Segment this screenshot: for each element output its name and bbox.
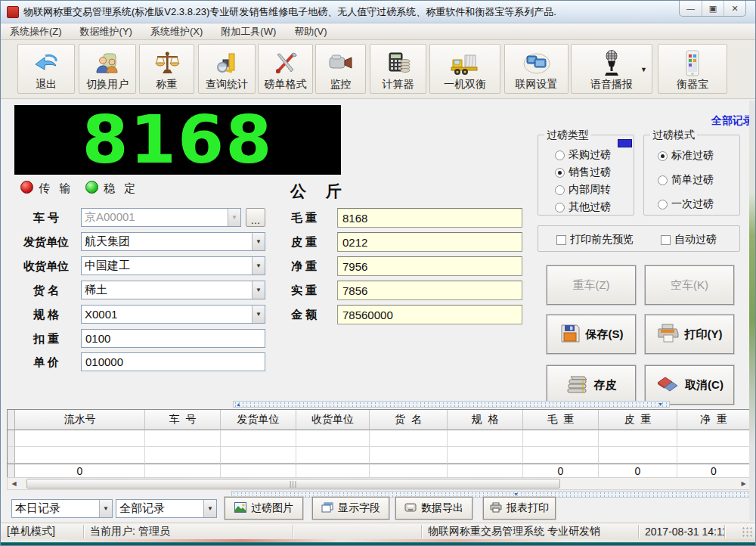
weight-led-display: 8168: [14, 105, 341, 175]
deduct-input[interactable]: 0100: [81, 329, 265, 348]
radio-internal[interactable]: 内部周转: [555, 183, 611, 197]
splitter-down-icon[interactable]: ▼: [658, 402, 663, 407]
scroll-left-icon[interactable]: ◀: [8, 478, 20, 489]
switch-user-button[interactable]: 切换用户: [79, 44, 136, 94]
save-tare-button[interactable]: 存皮: [547, 365, 636, 405]
close-button[interactable]: ✕: [723, 1, 745, 16]
horizontal-scrollbar[interactable]: ◀ ||| ▶: [7, 477, 751, 490]
col-tare[interactable]: 皮 重: [599, 410, 677, 430]
spec-combo[interactable]: X0001▼: [81, 305, 265, 324]
receiver-value: 中国建工: [85, 259, 130, 273]
gross-field[interactable]: 8168: [337, 208, 522, 228]
all-records-link[interactable]: 全部记录: [711, 114, 754, 128]
cell: [448, 447, 523, 464]
heavy-vehicle-button[interactable]: 重车(Z): [547, 265, 636, 305]
network-settings-button[interactable]: 联网设置: [504, 44, 569, 94]
empty-vehicle-button[interactable]: 空车(K): [645, 265, 734, 305]
menu-system-maintenance[interactable]: 系统维护(X): [141, 23, 212, 39]
col-shipper[interactable]: 发货单位: [221, 410, 296, 430]
exit-button[interactable]: 退出: [17, 44, 75, 94]
dropdown-arrow-icon[interactable]: ▼: [640, 66, 647, 73]
chevron-down-icon[interactable]: ▼: [203, 500, 216, 517]
calculator-button[interactable]: 计算器: [370, 44, 426, 94]
hengqibao-button[interactable]: 衡器宝: [658, 44, 727, 94]
print-options-panel: 打印前先预览 自动过磅: [538, 225, 740, 252]
col-gross[interactable]: 毛 重: [523, 410, 599, 430]
chevron-down-icon[interactable]: ▼: [99, 500, 112, 517]
tools-icon: [273, 49, 299, 78]
menu-data-maintenance[interactable]: 数据维护(Y): [71, 23, 141, 39]
radio-sale[interactable]: 销售过磅: [555, 166, 611, 179]
splitter-up-icon[interactable]: ▲: [236, 402, 241, 407]
actual-field[interactable]: 7856: [337, 281, 522, 300]
scope-combo[interactable]: 全部记录▼: [116, 499, 217, 518]
print-button[interactable]: 打印(Y): [645, 315, 734, 354]
chevron-down-icon[interactable]: ▼: [252, 257, 265, 275]
radio-other[interactable]: 其他过磅: [555, 200, 611, 214]
table-row[interactable]: [8, 447, 750, 464]
chevron-down-icon[interactable]: ▼: [252, 281, 265, 299]
spec-label: 规 格: [13, 308, 79, 322]
voice-broadcast-button[interactable]: ▼ 语音播报: [571, 44, 652, 94]
radio-once[interactable]: 一次过磅: [658, 197, 714, 211]
goods-value: 稀土: [85, 283, 107, 297]
save-button[interactable]: 保存(S): [547, 315, 636, 354]
show-fields-button[interactable]: 显示字段: [312, 497, 389, 520]
menu-extra-tools[interactable]: 附加工具(W): [212, 23, 285, 39]
radio-standard[interactable]: 标准过磅: [658, 149, 714, 163]
row-selector[interactable]: [8, 430, 15, 447]
scale-icon: [154, 49, 180, 78]
row-selector[interactable]: [8, 447, 15, 464]
auto-weigh-checkbox[interactable]: 自动过磅: [661, 233, 717, 247]
monitor-button[interactable]: 监控: [315, 44, 366, 94]
chevron-down-icon[interactable]: ▼: [252, 233, 265, 250]
vehicle-more-button[interactable]: …: [246, 208, 265, 227]
maximize-button[interactable]: ▣: [702, 1, 723, 16]
splitter-down-icon[interactable]: ▼: [513, 492, 519, 497]
price-input[interactable]: 010000: [81, 352, 265, 371]
microphone-icon: [600, 49, 623, 78]
col-goods[interactable]: 货 名: [370, 410, 448, 430]
splitter-top[interactable]: ▲ ▼: [233, 401, 670, 408]
chevron-down-icon[interactable]: ▼: [252, 306, 265, 323]
weigh-photo-button[interactable]: 过磅图片: [225, 497, 303, 520]
scrollbar-thumb[interactable]: |||: [26, 479, 560, 489]
ticket-format-button[interactable]: 磅单格式: [258, 44, 313, 94]
chevron-down-icon[interactable]: ▼: [228, 209, 240, 226]
col-spec[interactable]: 规 格: [448, 410, 523, 430]
radio-purchase[interactable]: 采购过磅: [555, 148, 611, 162]
minimize-button[interactable]: —: [680, 1, 702, 16]
query-stats-button[interactable]: 查询统计: [198, 44, 256, 94]
net-field[interactable]: 7956: [337, 256, 522, 276]
preview-checkbox[interactable]: 打印前先预览: [556, 233, 634, 247]
receiver-combo[interactable]: 中国建工▼: [81, 256, 265, 275]
amount-field[interactable]: 78560000: [337, 305, 522, 324]
toolbar-label: 磅单格式: [265, 78, 307, 90]
tare-field[interactable]: 0212: [337, 232, 522, 252]
total-net: 0: [677, 464, 750, 478]
weigh-button[interactable]: 称重: [139, 44, 194, 94]
period-combo[interactable]: 本日记录▼: [11, 499, 113, 518]
vehicle-combo[interactable]: 京A00001▼: [81, 208, 241, 227]
radio-label: 采购过磅: [569, 148, 611, 162]
report-print-button[interactable]: 报表打印: [483, 497, 556, 520]
col-net[interactable]: 净 重: [677, 410, 750, 430]
menu-system-operation[interactable]: 系统操作(Z): [1, 23, 71, 39]
app-window: 物联网称重交易管理系统(标准版V2.3.8.23)专业研发销售维修电子地磅、无人…: [0, 0, 756, 546]
cancel-button[interactable]: 取消(C): [645, 365, 734, 405]
windows-icon: [321, 502, 333, 515]
scroll-right-icon[interactable]: ▶: [737, 478, 750, 489]
col-serial[interactable]: 流水号: [15, 410, 145, 430]
col-receiver[interactable]: 收货单位: [296, 410, 370, 430]
data-export-button[interactable]: 数据导出: [395, 497, 472, 520]
row-selector-header: [8, 410, 15, 430]
menu-help[interactable]: 帮助(V): [285, 23, 336, 39]
records-table: 流水号 车 号 发货单位 收货单位 货 名 规 格 毛 重 皮 重 净 重: [7, 409, 751, 479]
resize-grip[interactable]: [742, 526, 752, 537]
dual-scale-button[interactable]: 一机双衡: [429, 44, 500, 94]
table-row[interactable]: [8, 430, 750, 447]
col-vehicle[interactable]: 车 号: [145, 410, 221, 430]
goods-combo[interactable]: 稀土▼: [81, 281, 265, 299]
shipper-combo[interactable]: 航天集团▼: [81, 232, 265, 251]
radio-simple[interactable]: 简单过磅: [658, 173, 714, 187]
